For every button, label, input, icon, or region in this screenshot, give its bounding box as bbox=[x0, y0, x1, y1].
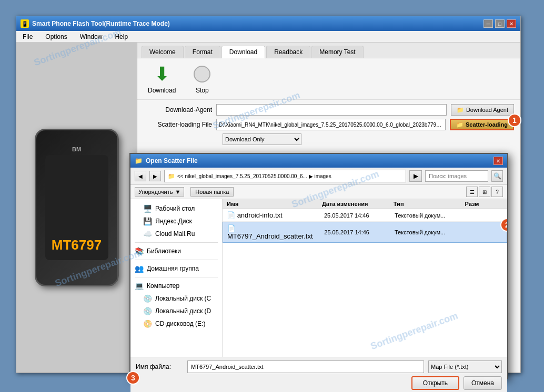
scatter-input[interactable] bbox=[216, 119, 446, 130]
phone-image: BM MT6797 bbox=[35, 129, 119, 286]
col-header-type[interactable]: Тип bbox=[394, 201, 465, 207]
stop-label: Stop bbox=[196, 87, 209, 94]
stop-button[interactable]: Stop bbox=[192, 64, 213, 94]
dropdown-row: Download Only Firmware Upgrade Format Al… bbox=[144, 133, 514, 145]
filetype-select[interactable]: Map File (*.txt) All Files (*.*) bbox=[428, 360, 502, 373]
scatter-folder-icon: 📁 bbox=[456, 121, 464, 128]
view-list-button[interactable]: ☰ bbox=[466, 187, 478, 197]
download-agent-button[interactable]: 📁 Download Agent bbox=[451, 104, 514, 116]
dialog-address-bar: ◀ ▶ 📁 << nikel_global_images_7.5.25_2017… bbox=[130, 168, 507, 185]
filename-2: MT6797_Android_scatter.txt bbox=[227, 232, 313, 240]
dialog-title-bar: 📁 Open Scatter File ✕ bbox=[130, 154, 507, 168]
tree-label-libraries: Библиотеки bbox=[147, 247, 181, 255]
view-help-button[interactable]: ? bbox=[491, 187, 503, 197]
tree-item-computer[interactable]: 💻 Компьютер bbox=[130, 280, 222, 292]
phone-model-label: MT6797 bbox=[52, 237, 102, 253]
tab-download[interactable]: Download bbox=[221, 46, 265, 58]
badge-3: 3 bbox=[126, 371, 140, 385]
tree-item-yandex[interactable]: 💾 Яндекс.Диск bbox=[130, 215, 222, 228]
file-list-header: Имя Дата изменения Тип Разм bbox=[223, 199, 507, 209]
cloud-icon: ☁️ bbox=[143, 230, 152, 238]
stop-icon bbox=[192, 64, 213, 85]
file-list-area: Имя Дата изменения Тип Разм 📄 android-in… bbox=[223, 199, 507, 357]
menu-options[interactable]: Options bbox=[43, 33, 69, 41]
tree-item-disk-c[interactable]: 💿 Локальный диск (C bbox=[130, 292, 222, 305]
nav-tree: 🖥️ Рабочий стол 💾 Яндекс.Диск ☁️ Cloud M… bbox=[130, 199, 223, 357]
file-row-1[interactable]: 📄 android-info.txt 25.05.2017 14:46 Текс… bbox=[223, 209, 507, 222]
download-button[interactable]: ⬇ Download bbox=[148, 64, 176, 94]
filename-row: Имя файла: Map File (*.txt) All Files (*… bbox=[136, 360, 502, 373]
tree-item-cloud[interactable]: ☁️ Cloud Mail.Ru bbox=[130, 228, 222, 240]
view-grid-button[interactable]: ⊞ bbox=[479, 187, 490, 197]
col-header-name[interactable]: Имя bbox=[227, 201, 322, 207]
tree-label-cloud: Cloud Mail.Ru bbox=[155, 230, 195, 238]
search-button[interactable]: 🔍 bbox=[491, 170, 503, 182]
filename-label: Имя файла: bbox=[136, 363, 183, 370]
badge-2: 2 bbox=[500, 218, 507, 232]
file-icon-1: 📄 android-info.txt bbox=[227, 211, 321, 219]
close-button[interactable]: ✕ bbox=[507, 19, 516, 28]
homegroup-icon: 👥 bbox=[135, 264, 144, 273]
maximize-button[interactable]: □ bbox=[495, 19, 505, 28]
nav-back-button[interactable]: ◀ bbox=[135, 171, 146, 181]
dialog-body: 🖥️ Рабочий стол 💾 Яндекс.Диск ☁️ Cloud M… bbox=[130, 199, 507, 357]
open-button[interactable]: Открыть bbox=[411, 376, 459, 390]
chevron-down-icon: ▼ bbox=[175, 189, 180, 195]
tree-label-yandex: Яндекс.Диск bbox=[155, 218, 192, 225]
scatter-field-label: Scatter-loading File bbox=[144, 121, 212, 128]
address-go-button[interactable]: ▶ bbox=[409, 170, 422, 182]
tree-item-cd-drive[interactable]: 📀 CD-дисковод (E:) bbox=[130, 317, 222, 330]
download-label: Download bbox=[148, 87, 176, 94]
tree-item-libraries[interactable]: 📚 Библиотеки bbox=[130, 245, 222, 257]
file-row-2[interactable]: 📄 MT6797_Android_scatter.txt 25.05.2017 … bbox=[223, 222, 507, 243]
file-date-2: 25.05.2017 14:46 bbox=[324, 229, 395, 235]
phone-panel: BM MT6797 bbox=[16, 43, 137, 373]
agent-input[interactable] bbox=[216, 104, 447, 116]
folder-icon: 📁 bbox=[457, 107, 464, 114]
cancel-button[interactable]: Отмена bbox=[464, 376, 502, 390]
filename-1: android-info.txt bbox=[237, 211, 283, 219]
app-title: Smart Phone Flash Tool(Runtime Trace Mod… bbox=[32, 20, 170, 27]
tab-readback[interactable]: Readback bbox=[266, 46, 310, 58]
menu-window[interactable]: Window bbox=[78, 33, 105, 41]
tree-label-homegroup: Домашняя группа bbox=[147, 265, 199, 272]
menu-bar: File Options Window Help bbox=[16, 31, 520, 43]
window-controls: ─ □ ✕ bbox=[483, 19, 516, 28]
download-arrow-icon: ⬇ bbox=[152, 64, 173, 85]
tree-label-computer: Компьютер bbox=[147, 282, 179, 290]
dialog-action-buttons: Открыть Отмена 3 bbox=[136, 376, 502, 390]
dialog-folder-icon: 📁 bbox=[135, 157, 143, 164]
col-header-size[interactable]: Разм bbox=[465, 201, 503, 207]
yandex-icon: 💾 bbox=[143, 217, 152, 225]
scatter-field-row: Scatter-loading File 📁 Scatter-loading 1 bbox=[144, 119, 514, 130]
tree-item-desktop[interactable]: 🖥️ Рабочий стол bbox=[130, 202, 222, 215]
dialog-toolbar: Упорядочить ▼ Новая папка ☰ ⊞ ? bbox=[130, 185, 507, 199]
organize-button[interactable]: Упорядочить ▼ bbox=[135, 187, 184, 197]
tree-item-home-group[interactable]: 👥 Домашняя группа bbox=[130, 262, 222, 275]
filename-input[interactable] bbox=[187, 360, 424, 373]
dialog-close-button[interactable]: ✕ bbox=[493, 157, 503, 165]
view-buttons: ☰ ⊞ ? bbox=[466, 187, 503, 197]
tree-item-disk-d[interactable]: 💿 Локальный диск (D bbox=[130, 305, 222, 317]
computer-icon: 💻 bbox=[135, 282, 144, 290]
minimize-button[interactable]: ─ bbox=[483, 19, 493, 28]
col-header-date[interactable]: Дата изменения bbox=[322, 201, 394, 207]
agent-field-row: Download-Agent 📁 Download Agent bbox=[144, 104, 514, 116]
app-icon: 📱 bbox=[21, 19, 29, 28]
scatter-loading-button[interactable]: 📁 Scatter-loading bbox=[450, 119, 514, 130]
phone-brand: BM bbox=[72, 146, 81, 152]
tab-format[interactable]: Format bbox=[185, 46, 220, 58]
menu-help[interactable]: Help bbox=[113, 33, 130, 41]
download-mode-select[interactable]: Download Only Firmware Upgrade Format Al… bbox=[223, 133, 301, 145]
tab-memory-test[interactable]: Memory Test bbox=[311, 46, 363, 58]
tab-welcome[interactable]: Welcome bbox=[142, 46, 184, 58]
tree-label-cd: CD-дисковод (E:) bbox=[155, 320, 205, 327]
nav-forward-button[interactable]: ▶ bbox=[149, 171, 161, 181]
desktop-icon: 🖥️ bbox=[143, 204, 152, 213]
menu-file[interactable]: File bbox=[21, 33, 35, 41]
file-date-1: 25.05.2017 14:46 bbox=[324, 212, 395, 219]
new-folder-button[interactable]: Новая папка bbox=[190, 187, 234, 197]
search-input[interactable] bbox=[425, 170, 488, 182]
dialog-title: Open Scatter File bbox=[146, 157, 198, 164]
app-window: 📱 Smart Phone Flash Tool(Runtime Trace M… bbox=[16, 16, 521, 373]
